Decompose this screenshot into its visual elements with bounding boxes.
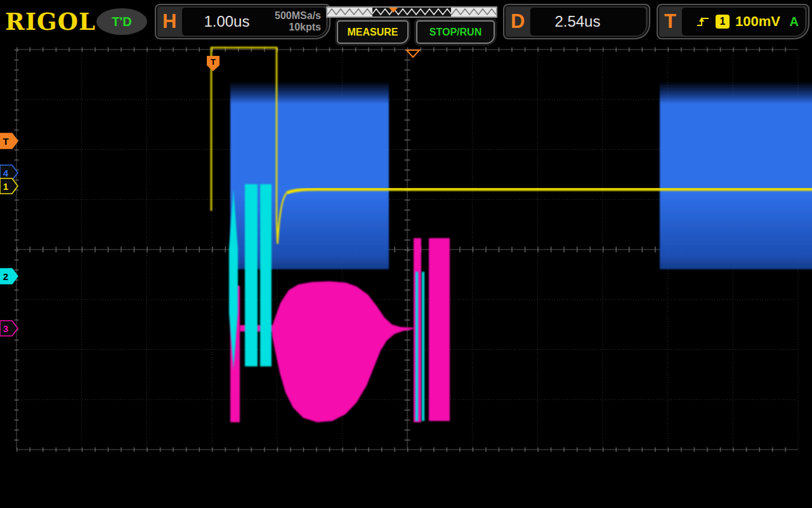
svg-text:1: 1 [3,181,8,192]
delay-inset: 2.54us [530,8,646,36]
timebase-inset: 1.00us 500MSa/s 10kpts [182,8,326,36]
left-marker-1[interactable]: 1 [0,178,18,194]
bottom-channel-bar: 1 100mV Ω +120mV 2 100mV Ω -56.6mV 3 1 [0,457,812,508]
trigger-panel[interactable]: T 1 100mV A [657,4,809,39]
horizontal-timebase-panel[interactable]: H 1.00us 500MSa/s 10kpts [155,4,331,39]
trigger-source-badge: 1 [716,15,730,29]
svg-text:3: 3 [3,323,8,334]
d-label: D [504,10,530,33]
svg-text:T: T [211,57,216,67]
top-status-bar: RIGOL T'D H 1.00us 500MSa/s 10kpts [0,0,812,39]
acquisition-rates: 500MSa/s 10kpts [275,10,326,33]
trigger-position-marker[interactable]: T [207,56,219,71]
trigger-mode: A [790,15,805,29]
waveform-display[interactable]: TT4123 [0,39,812,457]
trigger-slope-icon [696,15,710,28]
scope-canvas[interactable]: TT4123 [0,39,812,457]
svg-text:4: 4 [3,168,9,178]
left-marker-T[interactable]: T [0,133,18,149]
trigger-status-badge: T'D [96,8,147,35]
sample-rate: 500MSa/s [275,10,321,21]
trigger-level-value: 100mV [735,13,780,30]
trigger-inset: 1 100mV A [682,8,805,36]
stop-run-button[interactable]: STOP/RUN [416,20,495,44]
measure-button[interactable]: MEASURE [337,20,409,44]
t-label: T [658,10,682,33]
rigol-logo: RIGOL [5,8,96,36]
timebase-value: 1.00us [182,13,249,30]
h-label: H [156,10,182,33]
svg-text:2: 2 [3,271,8,282]
oscilloscope-screen: RIGOL T'D H 1.00us 500MSa/s 10kpts [0,0,812,508]
left-marker-3[interactable]: 3 [0,321,18,336]
memory-depth: 10kpts [289,22,321,32]
memory-position-bar[interactable] [326,6,497,20]
svg-text:T: T [3,136,8,147]
left-marker-2[interactable]: 2 [0,269,18,284]
center-reference-marker [407,50,419,57]
delay-panel[interactable]: D 2.54us [503,4,650,39]
delay-value: 2.54us [530,13,600,30]
